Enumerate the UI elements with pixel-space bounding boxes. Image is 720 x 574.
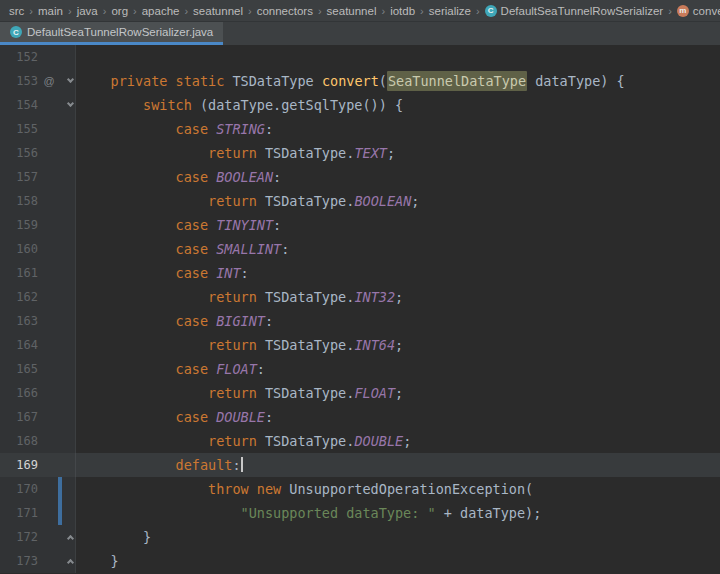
code-text[interactable]: return TSDataType.TEXT;	[76, 141, 720, 165]
code-line[interactable]: 165 case FLOAT:	[0, 357, 720, 381]
code-text[interactable]: return TSDataType.BOOLEAN;	[76, 189, 720, 213]
code-text[interactable]: return TSDataType.INT32;	[76, 285, 720, 309]
nav-item-apache[interactable]: apache	[139, 4, 183, 18]
code-line[interactable]: 161 case INT:	[0, 261, 720, 285]
gutter[interactable]: 171	[0, 501, 76, 525]
nav-item-seatunnel[interactable]: seatunnel	[324, 4, 380, 18]
fold-toggle[interactable]	[64, 525, 76, 549]
vcs-change-marker	[56, 237, 64, 261]
code-text[interactable]: case INT:	[76, 261, 720, 285]
code-text[interactable]: throw new UnsupportedOperationException(	[76, 477, 720, 501]
vcs-change-marker	[56, 285, 64, 309]
gutter[interactable]: 168	[0, 429, 76, 453]
tab-active-file[interactable]: C DefaultSeaTunnelRowSerializer.java	[0, 22, 223, 45]
fold-toggle[interactable]	[64, 549, 76, 573]
code-text[interactable]: }	[76, 549, 720, 573]
code-line[interactable]: 170 throw new UnsupportedOperationExcept…	[0, 477, 720, 501]
code-line[interactable]: 156 return TSDataType.TEXT;	[0, 141, 720, 165]
gutter[interactable]: 154	[0, 93, 76, 117]
code-line[interactable]: 157 case BOOLEAN:	[0, 165, 720, 189]
nav-item-method[interactable]: mconvert	[674, 4, 720, 18]
vcs-change-marker	[56, 477, 64, 501]
gutter[interactable]: 153@	[0, 69, 76, 93]
gutter[interactable]: 163	[0, 309, 76, 333]
code-line[interactable]: 172 }	[0, 525, 720, 549]
annotation-icon	[42, 333, 56, 357]
code-line[interactable]: 171 "Unsupported dataType: " + dataType)…	[0, 501, 720, 525]
code-text[interactable]: return TSDataType.DOUBLE;	[76, 429, 720, 453]
code-text[interactable]: default:	[76, 453, 720, 477]
gutter[interactable]: 158	[0, 189, 76, 213]
code-text[interactable]: case TINYINT:	[76, 213, 720, 237]
gutter[interactable]: 173	[0, 549, 76, 573]
gutter[interactable]: 156	[0, 141, 76, 165]
code-text[interactable]: case BOOLEAN:	[76, 165, 720, 189]
code-line[interactable]: 159 case TINYINT:	[0, 213, 720, 237]
method-icon: m	[677, 5, 689, 17]
gutter[interactable]: 162	[0, 285, 76, 309]
code-line[interactable]: 158 return TSDataType.BOOLEAN;	[0, 189, 720, 213]
code-line[interactable]: 152	[0, 45, 720, 69]
code-text[interactable]: private static TSDataType convert(SeaTun…	[76, 69, 720, 93]
nav-item-connectors[interactable]: connectors	[254, 4, 316, 18]
code-line[interactable]: 160 case SMALLINT:	[0, 237, 720, 261]
code-line[interactable]: 164 return TSDataType.INT64;	[0, 333, 720, 357]
gutter[interactable]: 170	[0, 477, 76, 501]
nav-item-serialize[interactable]: serialize	[426, 4, 474, 18]
code-line[interactable]: 169 default:	[0, 453, 720, 477]
nav-item-org[interactable]: org	[108, 4, 131, 18]
gutter[interactable]: 152	[0, 45, 76, 69]
code-text[interactable]: case BIGINT:	[76, 309, 720, 333]
code-line[interactable]: 167 case DOUBLE:	[0, 405, 720, 429]
code-text[interactable]: case STRING:	[76, 117, 720, 141]
annotation-icon[interactable]: @	[42, 69, 56, 93]
nav-item-iotdb[interactable]: iotdb	[387, 4, 418, 18]
annotation-icon	[42, 357, 56, 381]
code-text[interactable]: case DOUBLE:	[76, 405, 720, 429]
code-line[interactable]: 166 return TSDataType.FLOAT;	[0, 381, 720, 405]
breadcrumb-separator: ›	[419, 5, 425, 17]
nav-item-seatunnel[interactable]: seatunnel	[190, 4, 246, 18]
code-line[interactable]: 154 switch (dataType.getSqlType()) {	[0, 93, 720, 117]
gutter[interactable]: 169	[0, 453, 76, 477]
gutter[interactable]: 167	[0, 405, 76, 429]
annotation-icon	[42, 285, 56, 309]
fold-toggle	[64, 141, 76, 165]
code-line[interactable]: 153@ private static TSDataType convert(S…	[0, 69, 720, 93]
gutter[interactable]: 166	[0, 381, 76, 405]
gutter[interactable]: 155	[0, 117, 76, 141]
fold-toggle[interactable]	[64, 69, 76, 93]
line-number: 155	[0, 117, 42, 141]
nav-item-src[interactable]: src	[6, 4, 27, 18]
gutter[interactable]: 160	[0, 237, 76, 261]
gutter[interactable]: 172	[0, 525, 76, 549]
nav-item-class[interactable]: CDefaultSeaTunnelRowSerializer	[482, 4, 667, 18]
breadcrumb-separator: ›	[102, 5, 108, 17]
breadcrumb-separator: ›	[667, 5, 673, 17]
code-text[interactable]: return TSDataType.FLOAT;	[76, 381, 720, 405]
fold-toggle	[64, 405, 76, 429]
code-text[interactable]: switch (dataType.getSqlType()) {	[76, 93, 720, 117]
gutter[interactable]: 159	[0, 213, 76, 237]
line-number: 153	[0, 69, 42, 93]
code-text[interactable]: case SMALLINT:	[76, 237, 720, 261]
nav-item-java[interactable]: java	[74, 4, 101, 18]
code-line[interactable]: 168 return TSDataType.DOUBLE;	[0, 429, 720, 453]
code-text[interactable]: }	[76, 525, 720, 549]
code-text[interactable]: case FLOAT:	[76, 357, 720, 381]
gutter[interactable]: 157	[0, 165, 76, 189]
code-text[interactable]: "Unsupported dataType: " + dataType);	[76, 501, 720, 525]
code-text[interactable]	[76, 45, 720, 69]
code-line[interactable]: 173 }	[0, 549, 720, 573]
code-text[interactable]: return TSDataType.INT64;	[76, 333, 720, 357]
fold-toggle[interactable]	[64, 93, 76, 117]
gutter[interactable]: 161	[0, 261, 76, 285]
gutter[interactable]: 164	[0, 333, 76, 357]
nav-item-main[interactable]: main	[35, 4, 66, 18]
code-line[interactable]: 155 case STRING:	[0, 117, 720, 141]
code-editor[interactable]: 152153@ private static TSDataType conver…	[0, 45, 720, 574]
code-line[interactable]: 162 return TSDataType.INT32;	[0, 285, 720, 309]
code-line[interactable]: 163 case BIGINT:	[0, 309, 720, 333]
gutter[interactable]: 165	[0, 357, 76, 381]
fold-toggle	[64, 237, 76, 261]
